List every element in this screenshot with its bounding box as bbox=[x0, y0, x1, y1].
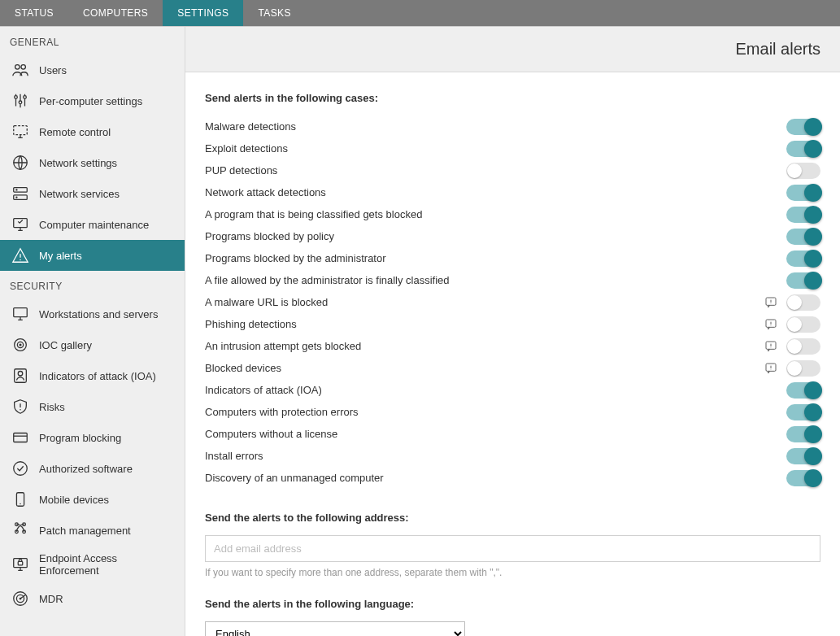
sidebar-item-patch[interactable]: Patch management bbox=[0, 515, 185, 546]
language-select[interactable]: English bbox=[205, 621, 465, 636]
info-icon[interactable] bbox=[764, 339, 778, 354]
alert-toggle[interactable] bbox=[786, 185, 820, 201]
sidebar-item-ioc[interactable]: IOC gallery bbox=[0, 329, 185, 360]
alert-row: Computers without a license bbox=[205, 423, 820, 445]
sidebar-item-risks[interactable]: Risks bbox=[0, 391, 185, 422]
sidebar-item-maint[interactable]: Computer maintenance bbox=[0, 209, 185, 240]
svg-point-4 bbox=[24, 96, 27, 99]
sidebar-item-ws[interactable]: Workstations and servers bbox=[0, 298, 185, 329]
alert-icon bbox=[11, 246, 29, 264]
alert-toggle[interactable] bbox=[786, 250, 820, 267]
sidebar-item-mob[interactable]: Mobile devices bbox=[0, 484, 185, 515]
email-input[interactable] bbox=[205, 535, 820, 562]
sidebar-item-ioa[interactable]: Indicators of attack (IOA) bbox=[0, 360, 185, 391]
svg-rect-13 bbox=[14, 308, 28, 317]
sidebar-item-users[interactable]: Users bbox=[0, 54, 185, 85]
alert-row: Exploit detections bbox=[205, 137, 820, 159]
alert-toggle[interactable] bbox=[786, 207, 820, 223]
alert-row: A malware URL is blocked bbox=[205, 291, 820, 313]
alert-toggle[interactable] bbox=[786, 382, 820, 399]
svg-point-16 bbox=[20, 344, 21, 346]
alert-toggle[interactable] bbox=[786, 294, 820, 311]
sidebar-item-label: Mobile devices bbox=[39, 494, 109, 506]
info-icon[interactable] bbox=[764, 317, 778, 332]
alert-label: Discovery of an unmanaged computer bbox=[205, 472, 384, 484]
tab-status[interactable]: STATUS bbox=[0, 0, 68, 26]
sidebar-item-remote[interactable]: Remote control bbox=[0, 116, 185, 147]
svg-point-0 bbox=[15, 65, 20, 70]
sliders-icon bbox=[11, 92, 29, 110]
alert-toggle[interactable] bbox=[786, 272, 820, 289]
alert-row: Malware detections bbox=[205, 115, 820, 137]
sidebar-item-label: Users bbox=[39, 64, 67, 76]
sidebar-section-title: SECURITY bbox=[0, 271, 185, 298]
shield-bang-icon bbox=[11, 398, 29, 416]
svg-point-27 bbox=[23, 530, 26, 534]
sidebar-item-percomp[interactable]: Per-computer settings bbox=[0, 85, 185, 116]
svg-rect-5 bbox=[14, 126, 28, 135]
alert-label: Computers with protection errors bbox=[205, 406, 359, 418]
alert-row: An intrusion attempt gets blocked bbox=[205, 335, 820, 357]
content: Send alerts in the following cases: Malw… bbox=[185, 72, 840, 636]
alert-toggle[interactable] bbox=[786, 141, 820, 157]
alert-toggle[interactable] bbox=[786, 119, 820, 135]
alert-label: Computers without a license bbox=[205, 428, 337, 440]
alert-toggle[interactable] bbox=[786, 426, 820, 442]
monitor-icon bbox=[11, 305, 29, 323]
sidebar-item-label: IOC gallery bbox=[39, 339, 92, 351]
sidebar-item-eae[interactable]: Endpoint Access Enforcement bbox=[0, 546, 185, 583]
alert-label: Exploit detections bbox=[205, 142, 288, 155]
alert-toggle[interactable] bbox=[786, 163, 820, 179]
svg-point-26 bbox=[15, 530, 19, 534]
tab-tasks[interactable]: TASKS bbox=[243, 0, 305, 26]
sidebar-item-alerts[interactable]: My alerts bbox=[0, 240, 185, 271]
sidebar-item-netset[interactable]: Network settings bbox=[0, 147, 185, 178]
svg-point-12 bbox=[20, 259, 20, 260]
sidebar-item-label: Network services bbox=[39, 188, 120, 200]
info-icon[interactable] bbox=[764, 361, 778, 376]
alert-label: Malware detections bbox=[205, 120, 296, 133]
sidebar-item-label: MDR bbox=[39, 593, 63, 605]
globe-icon bbox=[11, 154, 29, 172]
tab-settings[interactable]: SETTINGS bbox=[163, 0, 243, 26]
sidebar-item-label: Indicators of attack (IOA) bbox=[39, 370, 156, 382]
patch-icon bbox=[11, 521, 29, 539]
page-header: Email alerts bbox=[185, 27, 840, 72]
check-circle-icon bbox=[11, 460, 29, 477]
sidebar-item-label: Workstations and servers bbox=[39, 308, 158, 320]
svg-point-1 bbox=[21, 65, 25, 70]
server-icon bbox=[11, 185, 29, 203]
alert-toggle[interactable] bbox=[786, 338, 820, 355]
sidebar-item-label: Patch management bbox=[39, 525, 131, 537]
radar-icon bbox=[11, 590, 29, 608]
sidebar-item-pblk[interactable]: Program blocking bbox=[0, 422, 185, 453]
cases-heading: Send alerts in the following cases: bbox=[205, 92, 820, 104]
sidebar-item-netsvc[interactable]: Network services bbox=[0, 178, 185, 209]
alert-toggle[interactable] bbox=[786, 316, 820, 333]
tab-computers[interactable]: COMPUTERS bbox=[68, 0, 163, 26]
svg-point-19 bbox=[20, 409, 20, 410]
sidebar-item-mdr[interactable]: MDR bbox=[0, 583, 185, 614]
person-badge-icon bbox=[11, 367, 29, 385]
sidebar-item-label: My alerts bbox=[39, 250, 82, 262]
sidebar-item-label: Program blocking bbox=[39, 432, 121, 444]
alert-label: Install errors bbox=[205, 450, 263, 462]
sidebar-item-label: Authorized software bbox=[39, 463, 133, 475]
alert-row: A file allowed by the administrator is f… bbox=[205, 269, 820, 291]
alert-toggle[interactable] bbox=[786, 470, 820, 486]
alert-label: A program that is being classified gets … bbox=[205, 208, 422, 220]
alert-row: Discovery of an unmanaged computer bbox=[205, 467, 820, 489]
alert-toggle[interactable] bbox=[786, 229, 820, 245]
alert-label: Phishing detections bbox=[205, 318, 297, 330]
sidebar-item-auth[interactable]: Authorized software bbox=[0, 453, 185, 484]
sidebar-section-title: GENERAL bbox=[0, 27, 185, 54]
svg-rect-28 bbox=[14, 559, 28, 568]
phone-icon bbox=[11, 490, 29, 508]
alert-toggle[interactable] bbox=[786, 360, 820, 377]
alert-toggle[interactable] bbox=[786, 448, 820, 464]
info-icon[interactable] bbox=[764, 295, 778, 310]
alert-label: A malware URL is blocked bbox=[205, 296, 328, 308]
svg-point-9 bbox=[16, 189, 17, 190]
alert-toggle[interactable] bbox=[786, 404, 820, 420]
target-icon bbox=[11, 336, 29, 354]
